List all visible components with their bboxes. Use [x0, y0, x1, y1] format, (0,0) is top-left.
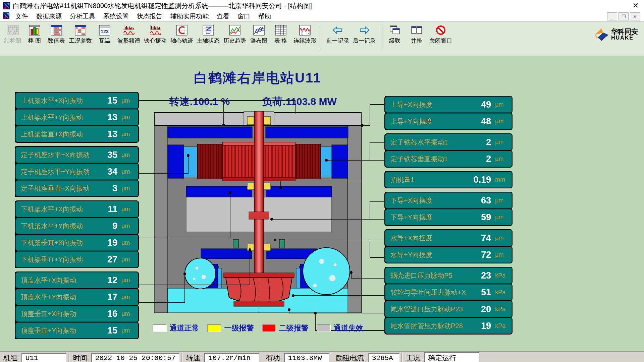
meas-box[interactable]: 水导+Y向摆度72μm — [384, 246, 513, 263]
mdi-window-controls: _❐✕ — [607, 12, 641, 20]
meas-box[interactable]: 定子铁芯水平振动12μm — [384, 133, 513, 151]
toolbar-button-continuous-wave[interactable]: XX连续波形 — [292, 24, 317, 51]
meas-box[interactable]: 下机架水平+Y向振动9μm — [15, 217, 139, 235]
toolbar-button-waveform-spectrum[interactable]: 波形频谱 — [116, 24, 141, 51]
meas-box[interactable]: 转轮与导叶间压力脉动+X51kPa — [384, 284, 513, 301]
meas-box[interactable]: 定子机座垂直+X向振动3μm — [15, 180, 139, 197]
toolbar-button-waterfall-plot[interactable]: 瀑布图 — [249, 24, 269, 51]
toolbar-button-structure-diagram[interactable]: 结构图 — [3, 24, 23, 51]
meas-unit: μm — [121, 223, 138, 230]
meas-label: 定子机座垂直+X向振动 — [15, 184, 90, 193]
statusbar-label-condition: 工况: — [406, 353, 422, 362]
meas-box[interactable]: 抬机量10.19mm — [384, 171, 513, 188]
toolbar-button-cascade-windows[interactable]: 级联 — [385, 24, 405, 51]
meas-value: 63 — [481, 195, 491, 206]
toolbar-button-close-window[interactable]: 关闭窗口 — [428, 24, 453, 51]
right-group-2: 定子铁芯水平振动12μm定子铁芯垂直振动12μm — [384, 133, 513, 168]
toolbar-button-bar-chart[interactable]: 棒 图 — [24, 24, 45, 51]
meas-value: 2 — [486, 154, 491, 164]
meas-label: 上机架垂直+X向振动 — [15, 130, 83, 139]
meas-value: 51 — [481, 287, 491, 298]
toolbar-label-continuous-wave: 连续波形 — [293, 37, 316, 45]
menu-item-data-source[interactable]: 数据来源 — [32, 12, 66, 21]
svg-text:123: 123 — [101, 29, 109, 34]
toolbar-button-prev-record[interactable]: 前一记录 — [325, 24, 350, 51]
speed-percent: 转速:100.1 % — [169, 95, 230, 109]
statusbar-label-speed: 转速: — [186, 353, 202, 362]
meas-box[interactable]: 定子机座水平+X向振动35μm — [15, 146, 139, 164]
mdi-restore-button[interactable]: ❐ — [619, 12, 629, 20]
toolbar-button-history-trend[interactable]: 历史趋势 — [222, 24, 247, 51]
meas-box[interactable]: 蜗壳进口压力脉动P523kPa — [384, 267, 513, 284]
meas-label: 上机架水平+Y向振动 — [15, 113, 83, 122]
toolbar-button-orbit[interactable]: 轴心轨迹 — [169, 24, 194, 51]
menu-item-help[interactable]: 帮助 — [254, 12, 275, 21]
statusbar-value-excitation-current: 3265A — [368, 353, 399, 362]
right-group-4: 下导+X向摆度63μm下导+Y向摆度59μm — [384, 192, 513, 226]
toolbar-button-shaft-status[interactable]: 主轴状态 — [196, 24, 221, 51]
meas-value: 59 — [481, 212, 491, 223]
menu-item-analysis-tools[interactable]: 分析工具 — [66, 12, 99, 21]
meas-box[interactable]: 顶盖垂直+Y向振动15μm — [15, 322, 139, 339]
huake-logo-icon — [593, 27, 609, 41]
toolbar-button-condition-params[interactable]: 工况参数 — [68, 24, 93, 51]
meas-box[interactable]: 上机架水平+Y向振动13μm — [15, 109, 139, 126]
meas-box[interactable]: 顶盖水平+X向振动12μm — [15, 272, 139, 289]
machine-diagram — [154, 111, 362, 313]
window-close-icon[interactable]: ✕ — [630, 1, 641, 10]
meas-box[interactable]: 顶盖垂直+X向振动16μm — [15, 305, 139, 322]
meas-value: 72 — [481, 250, 491, 260]
meas-box[interactable]: 顶盖水平+Y向振动17μm — [15, 288, 139, 306]
toolbar-button-grid-table[interactable]: 表 格 — [271, 24, 291, 51]
meas-label: 水导+X向摆度 — [385, 234, 432, 243]
toolbar-separator — [380, 24, 381, 50]
toolbar-button-pad-temperature[interactable]: 123瓦温 — [95, 24, 115, 51]
meas-box[interactable]: 上机架水平+X向振动15μm — [15, 92, 139, 109]
meas-label: 顶盖垂直+X向振动 — [15, 309, 76, 318]
meas-box[interactable]: 下导+X向摆度63μm — [384, 192, 513, 209]
toolbar-label-core-vibration: 铁心振动 — [144, 37, 167, 45]
title-bar: 白鹤滩右岸电站#11机组TN8000水轮发电机组稳定性监测分析系统———北京华科… — [0, 0, 644, 11]
svg-text:X: X — [308, 32, 310, 35]
meas-box[interactable]: 上导+X向摆度49μm — [384, 96, 513, 113]
meas-box[interactable]: 下机架垂直+X向振动19μm — [15, 234, 139, 251]
meas-box[interactable]: 定子铁芯垂直振动12μm — [384, 150, 513, 168]
meas-unit: kPa — [495, 289, 512, 296]
menu-item-auxiliary-functions[interactable]: 辅助实用功能 — [166, 12, 213, 21]
menu-item-status-report[interactable]: 状态报告 — [133, 12, 166, 21]
meas-value: 13 — [107, 129, 117, 139]
meas-box[interactable]: 水导+X向摆度74μm — [384, 229, 513, 247]
numeric-table-icon — [50, 24, 63, 36]
meas-value: 11 — [108, 204, 117, 215]
menu-item-view[interactable]: 查看 — [213, 12, 233, 21]
toolbar-button-next-record[interactable]: 后一记录 — [352, 24, 377, 51]
meas-box[interactable]: 上机架垂直+X向振动13μm — [15, 125, 139, 143]
meas-box[interactable]: 下机架垂直+Y向振动27μm — [15, 251, 139, 268]
toolbar-button-numeric-table[interactable]: 数值表 — [46, 24, 66, 51]
meas-label: 下机架垂直+X向振动 — [15, 238, 83, 247]
meas-box[interactable]: 尾水管肘管压力脉动P2819kPa — [384, 317, 513, 335]
mdi-close-button[interactable]: ✕ — [630, 12, 640, 20]
meas-box[interactable]: 下导+Y向摆度59μm — [384, 208, 513, 226]
legend-item: 二级报警 — [262, 323, 309, 333]
meas-unit: μm — [495, 101, 512, 108]
toolbar-label-numeric-table: 数值表 — [48, 37, 65, 45]
menu-item-file[interactable]: 文件 — [11, 12, 32, 21]
right-group-6: 蜗壳进口压力脉动P523kPa转轮与导叶间压力脉动+X51kPa尾水管进口压力脉… — [384, 267, 513, 335]
toolbar-button-tile-windows[interactable]: 并排 — [407, 24, 427, 51]
menu-bar: 文件数据来源分析工具系统设置状态报告辅助实用功能查看窗口帮助 _❐✕ — [0, 11, 644, 22]
toolbar-button-core-vibration[interactable]: 铁心振动 — [143, 24, 168, 51]
meas-box[interactable]: 下机架水平+X向振动11μm — [15, 200, 139, 218]
meas-unit: μm — [495, 139, 512, 146]
meas-value: 19 — [481, 321, 491, 331]
mdi-minimize-button[interactable]: _ — [607, 12, 617, 20]
meas-unit: μm — [121, 239, 138, 246]
alarm-legend: 通道正常一级报警二级报警通道失效 — [154, 323, 362, 333]
meas-box[interactable]: 尾水管进口压力脉动P2320kPa — [384, 300, 513, 318]
menu-item-system-settings[interactable]: 系统设置 — [99, 12, 133, 21]
continuous-wave-icon: XX — [298, 24, 312, 36]
meas-box[interactable]: 定子机座水平+Y向振动34μm — [15, 163, 139, 180]
meas-box[interactable]: 上导+Y向摆度48μm — [384, 113, 513, 130]
meas-label: 定子机座水平+Y向振动 — [15, 167, 90, 176]
menu-item-window[interactable]: 窗口 — [233, 12, 254, 21]
